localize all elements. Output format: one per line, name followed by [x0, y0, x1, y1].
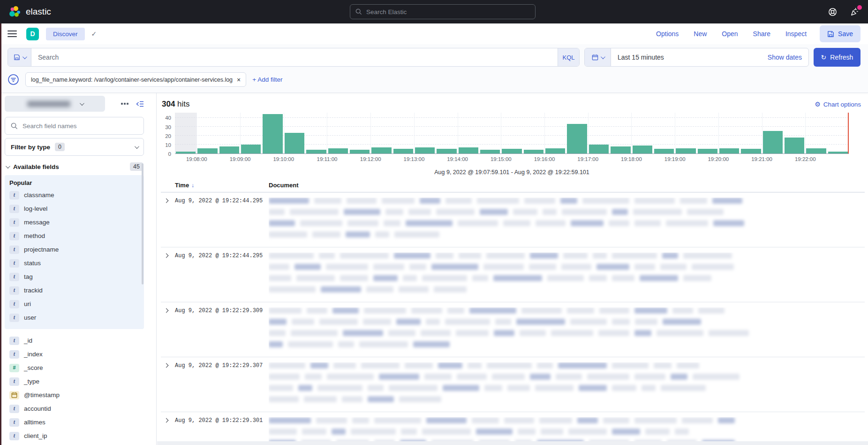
- table-row[interactable]: Aug 9, 2022 @ 19:22:29.301: [161, 412, 865, 445]
- top-menu-link-inspect[interactable]: Inspect: [785, 30, 807, 38]
- fields-sidebar: Search field names Filter by type 0 Avai…: [0, 93, 156, 445]
- field-search-placeholder: Search field names: [23, 123, 77, 130]
- query-language-button[interactable]: KQL: [558, 48, 579, 66]
- row-document-redacted: [269, 362, 865, 412]
- table-row[interactable]: Aug 9, 2022 @ 19:22:29.307: [161, 357, 865, 412]
- global-search-input[interactable]: Search Elastic: [350, 4, 536, 19]
- filter-pill[interactable]: log_file_name.keyword: /var/log/containe…: [25, 72, 246, 87]
- remove-filter-icon[interactable]: ×: [237, 77, 241, 83]
- field-item-method[interactable]: tmethod: [9, 229, 139, 243]
- expand-row-icon[interactable]: [161, 362, 175, 412]
- field-item-user[interactable]: tuser: [9, 311, 139, 324]
- top-menu-link-new[interactable]: New: [694, 30, 707, 38]
- sort-desc-icon[interactable]: ↓: [191, 182, 194, 189]
- menu-icon[interactable]: [8, 31, 17, 37]
- field-item-message[interactable]: tmessage: [9, 215, 139, 229]
- field-item-log-level[interactable]: tlog-level: [9, 202, 139, 215]
- field-item-alltimes[interactable]: talltimes: [9, 415, 139, 429]
- document-column-header: Document: [269, 182, 865, 189]
- field-item-_id[interactable]: t_id: [9, 334, 139, 347]
- field-item-_type[interactable]: t_type: [9, 375, 139, 388]
- kql-search-input[interactable]: Search: [31, 48, 558, 66]
- date-picker: Last 15 minutes Show dates: [584, 48, 809, 67]
- string-field-icon: t: [9, 259, 19, 268]
- quick-select-date-button[interactable]: [585, 48, 611, 66]
- histogram-bar: [241, 145, 261, 153]
- data-view-selector[interactable]: [5, 96, 105, 112]
- field-item-_score[interactable]: #_score: [9, 361, 139, 375]
- histogram-bar: [371, 147, 391, 153]
- field-name: message: [24, 219, 50, 226]
- row-timestamp: Aug 9, 2022 @ 19:22:44.295: [175, 253, 269, 302]
- top-menu-link-share[interactable]: Share: [753, 30, 770, 38]
- histogram-bar: [328, 148, 348, 153]
- show-dates-button[interactable]: Show dates: [768, 54, 808, 61]
- add-filter-button[interactable]: + Add filter: [252, 76, 282, 83]
- string-field-icon: t: [9, 191, 19, 199]
- available-fields-header[interactable]: Available fields 45: [5, 162, 144, 171]
- expand-row-icon[interactable]: [161, 198, 175, 247]
- boxes-horizontal-icon[interactable]: [121, 103, 128, 105]
- string-field-icon: t: [9, 300, 19, 308]
- save-button[interactable]: Save: [820, 25, 860, 42]
- row-document-redacted: [269, 198, 865, 247]
- search-icon: [11, 123, 18, 130]
- calendar-icon: [592, 54, 598, 61]
- field-item-accountid[interactable]: taccountid: [9, 402, 139, 415]
- field-name: _index: [24, 351, 43, 358]
- check-icon[interactable]: ✓: [91, 30, 97, 38]
- expand-row-icon[interactable]: [161, 253, 175, 302]
- table-row[interactable]: Aug 9, 2022 @ 19:22:44.295: [161, 247, 865, 302]
- chevron-down-icon: [600, 54, 605, 59]
- time-range-value[interactable]: Last 15 minutes: [611, 54, 664, 61]
- row-timestamp: Aug 9, 2022 @ 19:22:29.307: [175, 362, 269, 412]
- chevron-down-icon: [6, 164, 10, 169]
- field-name: _score: [24, 364, 43, 371]
- header-icons: [828, 7, 860, 16]
- field-search-input[interactable]: Search field names: [5, 117, 144, 135]
- histogram-bar: [828, 152, 848, 153]
- histogram-bar: [415, 147, 435, 153]
- field-item-projectname[interactable]: tprojectname: [9, 243, 139, 256]
- field-item-tag[interactable]: ttag: [9, 270, 139, 284]
- field-name: log-level: [24, 205, 47, 212]
- histogram-bar: [633, 146, 652, 153]
- elastic-home-link[interactable]: elastic: [8, 6, 51, 18]
- breadcrumb[interactable]: Discover: [46, 28, 85, 40]
- global-search-placeholder: Search Elastic: [366, 8, 407, 15]
- horizontal-scrollbar-track[interactable]: [157, 441, 868, 445]
- top-menu-link-options[interactable]: Options: [656, 30, 679, 38]
- table-row[interactable]: Aug 9, 2022 @ 19:22:44.295: [161, 192, 865, 247]
- sidebar-scrollbar[interactable]: [142, 163, 143, 284]
- field-item-client_ip[interactable]: tclient_ip: [9, 429, 139, 443]
- table-row[interactable]: Aug 9, 2022 @ 19:22:29.309: [161, 302, 865, 357]
- field-item-uri[interactable]: turi: [9, 297, 139, 311]
- newsfeed-button[interactable]: [850, 7, 860, 16]
- help-icon[interactable]: [828, 8, 837, 16]
- time-column-header[interactable]: Time: [175, 182, 189, 189]
- field-item-status[interactable]: tstatus: [9, 256, 139, 270]
- chart-options-button[interactable]: ⚙ Chart options: [815, 100, 861, 108]
- search-icon: [355, 8, 362, 15]
- saved-query-menu-button[interactable]: [8, 48, 31, 66]
- filter-by-type-dropdown[interactable]: Filter by type 0: [5, 138, 144, 156]
- chart-plot-area[interactable]: [175, 113, 849, 154]
- row-timestamp: Aug 9, 2022 @ 19:22:44.295: [175, 198, 269, 247]
- field-item-_index[interactable]: t_index: [9, 347, 139, 361]
- field-name: status: [24, 260, 41, 267]
- field-item-trackid[interactable]: ttrackid: [9, 284, 139, 297]
- date-field-icon: [9, 391, 19, 399]
- query-bar: Search KQL: [8, 48, 580, 67]
- field-item-classname[interactable]: tclassname: [9, 188, 139, 202]
- histogram-bar: [698, 149, 717, 153]
- expand-row-icon[interactable]: [161, 307, 175, 357]
- string-field-icon: t: [9, 232, 19, 240]
- top-menu-link-open[interactable]: Open: [722, 30, 738, 38]
- filter-menu-icon[interactable]: [8, 74, 19, 85]
- gear-icon: ⚙: [815, 100, 821, 108]
- refresh-button[interactable]: ↻ Refresh: [814, 48, 860, 67]
- collapse-sidebar-icon[interactable]: [136, 100, 144, 107]
- field-item-current_request_thread_name[interactable]: tcurrent_request_thread_name: [9, 443, 139, 445]
- field-item-@timestamp[interactable]: @timestamp: [9, 388, 139, 402]
- histogram-bar: [480, 150, 500, 153]
